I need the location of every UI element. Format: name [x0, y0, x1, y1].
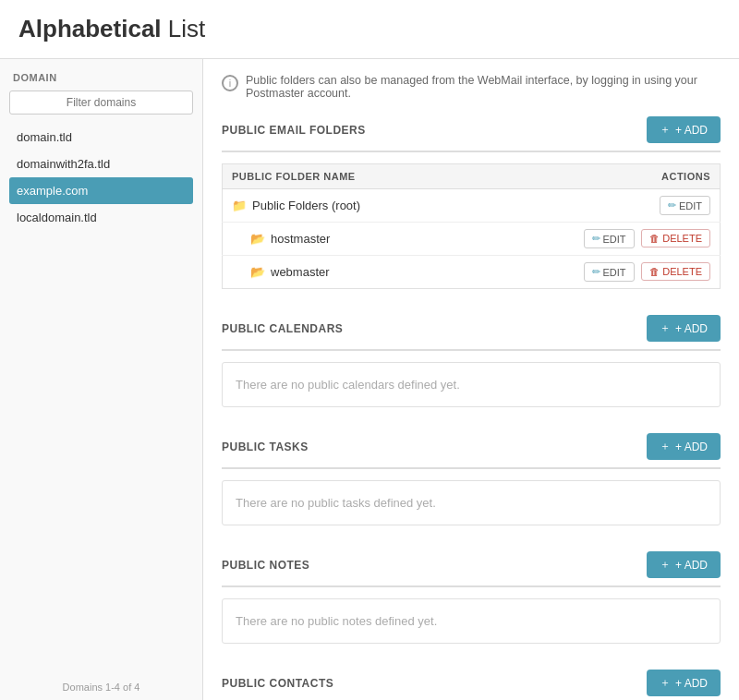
add-note-button[interactable]: ＋ + ADD [647, 551, 721, 578]
edit-button[interactable]: ✏ EDIT [584, 229, 635, 248]
plus-icon: ＋ [660, 439, 671, 454]
folder-icon: 📂 [250, 232, 265, 246]
domain-label: DOMAIN [9, 72, 193, 83]
pencil-icon: ✏ [668, 199, 676, 211]
col-folder-name: PUBLIC FOLDER NAME [223, 164, 469, 189]
add-contact-button[interactable]: ＋ + ADD [647, 670, 721, 696]
section-title-email-folders: PUBLIC EMAIL FOLDERS [222, 124, 366, 137]
section-title-calendars: PUBLIC CALENDARS [222, 322, 343, 335]
filter-domains-input[interactable] [9, 91, 193, 115]
trash-icon: 🗑 [649, 266, 660, 277]
sidebar: DOMAIN domain.tld domainwith2fa.tld exam… [0, 59, 203, 700]
empty-calendars: There are no public calendars defined ye… [222, 362, 721, 407]
section-title-notes: PUBLIC NOTES [222, 559, 309, 572]
empty-notes: There are no public notes defined yet. [222, 598, 721, 644]
folder-name: webmaster [271, 265, 330, 279]
folder-icon: 📂 [250, 265, 265, 279]
section-header-email-folders: PUBLIC EMAIL FOLDERS ＋ + ADD [222, 116, 721, 152]
section-title-tasks: PUBLIC TASKS [222, 441, 309, 453]
plus-icon: ＋ [660, 122, 671, 138]
row-actions: ✏ EDIT [469, 189, 721, 223]
folder-name: Public Folders (root) [252, 199, 360, 212]
folder-icon: 📁 [232, 199, 247, 212]
add-task-button[interactable]: ＋ + ADD [647, 433, 721, 460]
section-header-contacts: PUBLIC CONTACTS ＋ + ADD [222, 670, 721, 700]
delete-button[interactable]: 🗑 DELETE [641, 229, 710, 247]
edit-button[interactable]: ✏ EDIT [660, 196, 710, 215]
folder-cell: 📁 Public Folders (root) [232, 199, 460, 212]
pencil-icon: ✏ [592, 266, 600, 278]
add-calendar-button[interactable]: ＋ + ADD [647, 315, 721, 342]
domain-item[interactable]: localdomain.tld [9, 204, 193, 231]
domain-item[interactable]: domainwith2fa.tld [9, 151, 193, 177]
folder-name: hostmaster [271, 232, 330, 246]
table-row: 📂 hostmaster ✏ EDIT 🗑 DELETE [223, 223, 721, 256]
plus-icon: ＋ [660, 557, 671, 573]
info-text: Public folders can also be managed from … [246, 74, 721, 100]
folder-cell: 📂 webmaster [232, 265, 460, 279]
plus-icon: ＋ [660, 320, 671, 336]
section-contacts: PUBLIC CONTACTS ＋ + ADD There are no pub… [222, 670, 721, 700]
delete-button[interactable]: 🗑 DELETE [641, 262, 710, 281]
section-tasks: PUBLIC TASKS ＋ + ADD There are no public… [222, 433, 721, 525]
domain-item-active[interactable]: example.com [9, 177, 193, 204]
pencil-icon: ✏ [592, 233, 600, 245]
domain-list: domain.tld domainwith2fa.tld example.com… [9, 124, 193, 672]
folders-table: PUBLIC FOLDER NAME ACTIONS 📁 Public Fold… [222, 163, 721, 289]
add-email-folder-button[interactable]: ＋ + ADD [647, 116, 721, 143]
info-banner: i Public folders can also be managed fro… [222, 74, 721, 100]
section-title-contacts: PUBLIC CONTACTS [222, 677, 333, 690]
row-actions: ✏ EDIT 🗑 DELETE [469, 256, 721, 289]
edit-button[interactable]: ✏ EDIT [584, 262, 635, 282]
table-row: 📁 Public Folders (root) ✏ EDIT [223, 189, 721, 223]
section-header-calendars: PUBLIC CALENDARS ＋ + ADD [222, 315, 721, 351]
section-calendars: PUBLIC CALENDARS ＋ + ADD There are no pu… [222, 315, 721, 407]
row-actions: ✏ EDIT 🗑 DELETE [469, 223, 721, 256]
info-icon: i [222, 75, 238, 91]
folder-cell: 📂 hostmaster [232, 232, 460, 246]
main-content: i Public folders can also be managed fro… [203, 59, 739, 700]
domain-item[interactable]: domain.tld [9, 124, 193, 151]
trash-icon: 🗑 [649, 233, 660, 244]
empty-tasks: There are no public tasks defined yet. [222, 480, 721, 525]
col-actions: ACTIONS [469, 164, 721, 189]
sidebar-footer: Domains 1-4 of 4 [9, 672, 193, 700]
plus-icon: ＋ [660, 675, 671, 691]
section-header-tasks: PUBLIC TASKS ＋ + ADD [222, 433, 721, 469]
table-row: 📂 webmaster ✏ EDIT 🗑 DELETE [223, 256, 721, 289]
section-email-folders: PUBLIC EMAIL FOLDERS ＋ + ADD PUBLIC FOLD… [222, 116, 721, 289]
section-notes: PUBLIC NOTES ＋ + ADD There are no public… [222, 551, 721, 644]
section-header-notes: PUBLIC NOTES ＋ + ADD [222, 551, 721, 587]
page-title: Alphabetical List [18, 15, 721, 43]
